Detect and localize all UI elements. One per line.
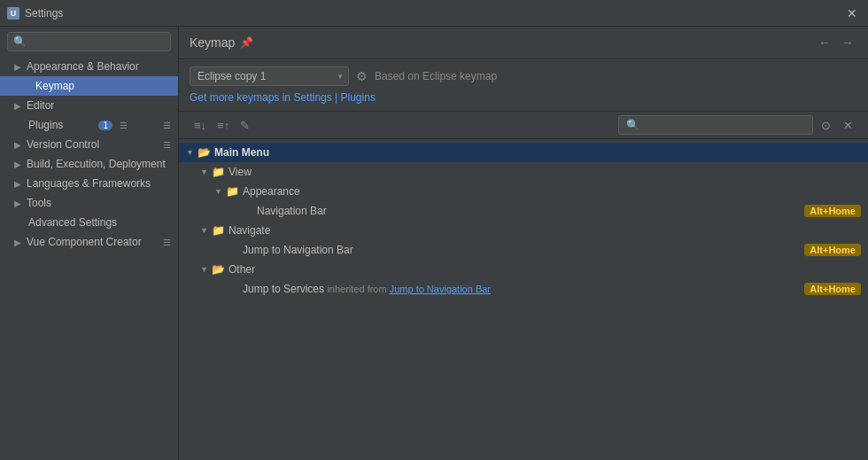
close-search-button[interactable]: ✕: [839, 116, 857, 135]
sidebar-label-advanced-settings: Advanced Settings: [28, 216, 117, 229]
shortcut-jump-to-services: Alt+Home: [804, 283, 861, 295]
sidebar-label-plugins: Plugins: [28, 119, 63, 131]
tree-row-view[interactable]: ▼📁View: [179, 162, 868, 182]
sidebar-item-version-control[interactable]: ▶Version Control☰: [0, 135, 178, 154]
tree-arrow-other: ▼: [200, 265, 211, 274]
sidebar-label-vue-component-creator: Vue Component Creator: [27, 236, 142, 248]
folder-icon-appearance: 📁: [225, 184, 239, 199]
keymap-controls: Eclipse copy 1EclipseDefaultMac OS X ⚙ B…: [179, 59, 868, 112]
sidebar-item-vue-component-creator[interactable]: ▶Vue Component Creator☰: [0, 232, 178, 252]
tree-arrow-view: ▼: [200, 168, 211, 176]
forward-arrow[interactable]: →: [838, 34, 857, 51]
sidebar-extra-version-control: ☰: [163, 140, 171, 150]
close-button[interactable]: ✕: [843, 4, 861, 22]
collapse-all-button[interactable]: ≡↑: [213, 116, 234, 135]
sidebar-arrow-tools: ▶: [14, 199, 21, 208]
sidebar-item-advanced-settings[interactable]: Advanced Settings: [0, 213, 178, 232]
keymap-select[interactable]: Eclipse copy 1EclipseDefaultMac OS X: [190, 66, 349, 86]
keymap-based-text: Based on Eclipse keymap: [375, 70, 497, 82]
tree-label-view: View: [229, 166, 861, 178]
folder-icon-view: 📁: [211, 165, 225, 179]
shortcut-jump-to-nav-bar: Alt+Home: [804, 244, 861, 256]
app-icon: U: [7, 7, 19, 19]
keymap-more-link: Get more keymaps in Settings | Plugins: [190, 91, 857, 104]
folder-icon-navigate: 📁: [211, 223, 225, 238]
sidebar-extra-plugins: ☰: [163, 121, 171, 130]
inherited-link-jump-to-services[interactable]: Jump to Navigation Bar: [390, 284, 491, 294]
sidebar-item-languages-frameworks[interactable]: ▶Languages & Frameworks: [0, 174, 178, 193]
sidebar-label-build-exec-deploy: Build, Execution, Deployment: [27, 158, 166, 170]
sidebar-label-tools: Tools: [27, 197, 51, 209]
sidebar-label-languages-frameworks: Languages & Frameworks: [27, 177, 151, 190]
tree-row-other[interactable]: ▼📂Other: [179, 260, 868, 279]
keymap-select-wrapper: Eclipse copy 1EclipseDefaultMac OS X: [190, 66, 349, 86]
tree-label-jump-to-services: Jump to Services inherited from Jump to …: [243, 283, 804, 295]
sidebar-item-editor[interactable]: ▶Editor: [0, 96, 178, 115]
tree-view: ▼📂Main Menu▼📁View▼📁AppearanceNavigation …: [179, 139, 868, 460]
sidebar-label-keymap: Keymap: [35, 80, 74, 92]
sidebar-label-appearance-behavior: Appearance & Behavior: [27, 60, 139, 73]
sidebar-pin-plugins[interactable]: ☰: [120, 121, 128, 130]
keymap-toolbar: ≡↓ ≡↑ ✎ ⊙ ✕: [179, 112, 868, 139]
shortcut-navigation-bar: Alt+Home: [804, 205, 861, 217]
more-keymaps-link[interactable]: Get more keymaps in Settings | Plugins: [190, 91, 376, 104]
sidebar-arrow-build-exec-deploy: ▶: [14, 160, 21, 169]
edit-shortcut-button[interactable]: ✎: [236, 116, 254, 135]
expand-all-button[interactable]: ≡↓: [190, 116, 211, 135]
tree-label-main-menu: Main Menu: [214, 146, 861, 159]
tree-row-appearance[interactable]: ▼📁Appearance: [179, 182, 868, 201]
sidebar: ▶Appearance & BehaviorKeymap▶EditorPlugi…: [0, 27, 179, 460]
tree-row-navigation-bar[interactable]: Navigation BarAlt+Home: [179, 201, 868, 221]
sidebar-item-plugins[interactable]: Plugins1☰☰: [0, 115, 178, 135]
keymap-row1: Eclipse copy 1EclipseDefaultMac OS X ⚙ B…: [190, 66, 857, 86]
content-title: Keymap 📌: [190, 35, 253, 50]
sidebar-arrow-appearance-behavior: ▶: [14, 62, 21, 72]
sidebar-items-container: ▶Appearance & BehaviorKeymap▶EditorPlugi…: [0, 57, 178, 252]
sidebar-arrow-vue-component-creator: ▶: [14, 238, 21, 247]
sidebar-badge-plugins: 1: [98, 121, 112, 130]
tree-label-other: Other: [229, 263, 861, 276]
folder-blue-icon-other: 📂: [211, 262, 225, 277]
sidebar-label-version-control: Version Control: [27, 138, 99, 151]
sidebar-extra-vue-component-creator: ☰: [163, 238, 171, 247]
tree-label-navigate: Navigate: [229, 224, 861, 237]
content-header: Keymap 📌 ← →: [179, 27, 868, 59]
tree-label-appearance: Appearance: [243, 185, 861, 198]
window-title: Settings: [25, 7, 63, 19]
title-bar: U Settings ✕: [0, 0, 868, 27]
tree-row-jump-to-services[interactable]: Jump to Services inherited from Jump to …: [179, 279, 868, 299]
keymap-title-label: Keymap: [190, 35, 235, 50]
tree-row-navigate[interactable]: ▼📁Navigate: [179, 221, 868, 240]
sidebar-arrow-languages-frameworks: ▶: [14, 179, 21, 189]
content-nav: ← →: [815, 34, 857, 51]
folder-blue-icon-main-menu: 📂: [197, 145, 211, 160]
main-layout: ▶Appearance & BehaviorKeymap▶EditorPlugi…: [0, 27, 868, 460]
sidebar-arrow-version-control: ▶: [14, 140, 21, 150]
tree-label-jump-to-nav-bar: Jump to Navigation Bar: [243, 244, 804, 256]
sidebar-item-build-exec-deploy[interactable]: ▶Build, Execution, Deployment: [0, 154, 178, 174]
sidebar-item-appearance-behavior[interactable]: ▶Appearance & Behavior: [0, 57, 178, 76]
tree-arrow-navigate: ▼: [200, 226, 211, 235]
keymap-search-input[interactable]: [618, 115, 813, 135]
title-bar-left: U Settings: [7, 7, 63, 19]
find-action-button[interactable]: ⊙: [817, 116, 835, 135]
sidebar-arrow-editor: ▶: [14, 101, 21, 111]
tree-row-main-menu[interactable]: ▼📂Main Menu: [179, 143, 868, 162]
tree-arrow-appearance: ▼: [214, 187, 225, 196]
sidebar-item-keymap[interactable]: Keymap: [0, 76, 178, 96]
sidebar-search-input[interactable]: [7, 32, 171, 51]
tree-rows-container: ▼📂Main Menu▼📁View▼📁AppearanceNavigation …: [179, 143, 868, 299]
keymap-gear-icon[interactable]: ⚙: [356, 69, 368, 83]
search-input-wrapper: ⊙ ✕: [618, 115, 857, 135]
sidebar-label-editor: Editor: [27, 99, 54, 112]
content-area: Keymap 📌 ← → Eclipse copy 1EclipseDefaul…: [179, 27, 868, 460]
tree-row-jump-to-nav-bar[interactable]: Jump to Navigation BarAlt+Home: [179, 240, 868, 260]
pin-icon[interactable]: 📌: [240, 36, 253, 49]
tree-arrow-main-menu: ▼: [186, 148, 197, 157]
back-arrow[interactable]: ←: [815, 34, 834, 51]
tree-label-navigation-bar: Navigation Bar: [257, 205, 804, 217]
sidebar-item-tools[interactable]: ▶Tools: [0, 193, 178, 213]
